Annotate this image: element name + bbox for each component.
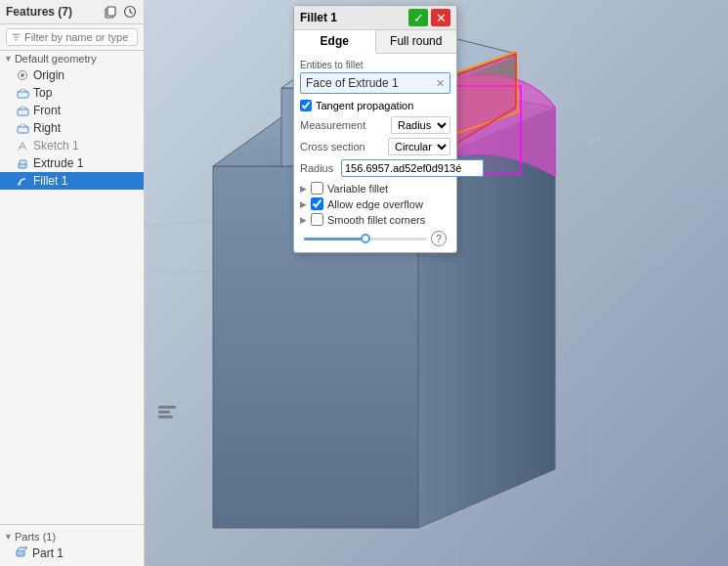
fillet-panel-header: Fillet 1 ✓ ✕ [294,6,456,30]
part-icon [16,546,28,560]
sidebar-header-icons [103,4,138,20]
entities-clear-button[interactable]: ✕ [436,77,445,90]
parts-section: ▼ Parts (1) Part 1 [0,524,144,566]
filter-input[interactable] [24,31,132,43]
fillet-header-buttons: ✓ ✕ [408,9,450,26]
slider-fill [304,238,365,240]
filter-icon [12,32,21,42]
slider-row: ? [300,231,450,246]
plane-icon-front [16,104,29,117]
measurement-row: Measurement Radius [300,116,450,134]
svg-point-5 [21,73,24,77]
svg-line-4 [130,12,133,14]
fillet-cancel-button[interactable]: ✕ [431,9,450,26]
tree-item-extrude1[interactable]: Extrude 1 [0,154,144,172]
radius-input[interactable] [341,159,484,177]
slider-track[interactable] [304,238,427,240]
sidebar-icon-clock[interactable] [122,4,138,20]
sidebar-header: Features (7) [0,0,144,24]
tangent-propagation-row: Tangent propagation [300,100,450,111]
smooth-fillet-label: Smooth fillet corners [327,214,425,226]
parts-label[interactable]: ▼ Parts (1) [0,529,144,544]
svg-rect-36 [158,406,176,409]
svg-rect-1 [107,7,115,16]
measurement-label: Measurement [300,119,365,131]
origin-icon [16,68,29,82]
sidebar: Features (7) [0,0,145,566]
svg-rect-37 [158,411,170,414]
smooth-fillet-checkbox[interactable] [311,213,323,226]
tree-item-front[interactable]: Front [0,102,144,119]
variable-fillet-checkbox[interactable] [311,182,323,195]
svg-rect-38 [158,415,173,418]
variable-fillet-expand[interactable]: ▶ [300,184,307,194]
fillet-panel: Fillet 1 ✓ ✕ Edge Full round Entities to… [293,5,457,253]
fillet-icon [16,174,29,188]
tree-item-top[interactable]: Top [0,84,144,102]
tree-item-right[interactable]: Right [0,119,144,137]
entities-section-label: Entities to fillet [300,60,450,70]
variable-fillet-row: ▶ Variable fillet [300,182,450,195]
allow-edge-overflow-row: ▶ Allow edge overflow [300,197,450,210]
sidebar-icon-copy[interactable] [103,4,118,20]
sketch-icon [16,139,29,152]
plane-icon-top [16,86,29,100]
fillet-confirm-button[interactable]: ✓ [408,9,428,26]
plane-icon-right [16,121,29,135]
allow-edge-overflow-checkbox[interactable] [311,197,323,210]
tab-full-round[interactable]: Full round [376,30,457,53]
cross-section-row: Cross section Circular [300,138,450,155]
filter-bar [0,24,144,51]
svg-rect-20 [17,550,24,556]
cross-section-select[interactable]: Circular [388,138,450,155]
allow-edge-overflow-expand[interactable]: ▶ [300,199,307,209]
tangent-propagation-checkbox[interactable] [300,100,312,111]
fillet-panel-title: Fillet 1 [300,11,337,24]
slider-thumb[interactable] [361,234,370,243]
measurement-select[interactable]: Radius [391,116,450,134]
features-title: Features (7) [6,5,72,19]
tree-item-fillet1[interactable]: Fillet 1 [0,172,144,190]
variable-fillet-label: Variable fillet [327,183,388,195]
tangent-propagation-label: Tangent propagation [316,100,413,111]
smooth-fillet-expand[interactable]: ▶ [300,215,307,225]
viewport[interactable]: Right Fillet 1 ✓ ✕ Edge Full round E [145,0,728,566]
entities-value: Face of Extrude 1 [306,76,399,90]
radius-label: Radius [300,162,337,174]
default-geometry-section[interactable]: ▼ Default geometry [0,51,144,66]
svg-rect-18 [20,160,26,164]
smooth-fillet-corners-row: ▶ Smooth fillet corners [300,213,450,226]
fillet-body: Entities to fillet Face of Extrude 1 ✕ T… [294,54,456,252]
radius-row: Radius [300,159,450,177]
tree-item-origin[interactable]: Origin [0,66,144,84]
extrude-icon [16,156,29,170]
feature-tree: ▼ Default geometry Origin Top Front [0,51,144,524]
svg-rect-13 [18,127,28,133]
parts-item-part1[interactable]: Part 1 [0,544,144,562]
help-button[interactable]: ? [431,231,447,246]
tree-item-sketch1[interactable]: Sketch 1 [0,137,144,154]
entities-box[interactable]: Face of Extrude 1 ✕ [300,72,450,94]
svg-rect-19 [18,183,21,186]
allow-edge-overflow-label: Allow edge overflow [327,198,423,210]
align-icon[interactable] [156,400,178,424]
fillet-tabs: Edge Full round [294,30,456,54]
svg-rect-7 [18,92,28,98]
svg-rect-10 [18,109,28,115]
cross-section-label: Cross section [300,141,365,152]
tab-edge[interactable]: Edge [294,30,376,54]
